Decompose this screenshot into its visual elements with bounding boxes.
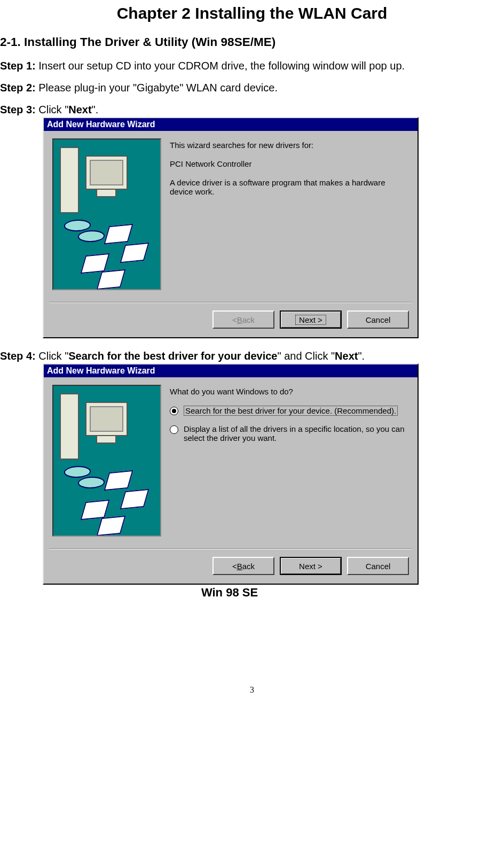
radio-option-2-label: Display a list of all the drivers in a s… xyxy=(184,424,409,442)
back-button: < Back xyxy=(212,310,274,329)
wizard-window-2: Add New Hardware Wizard What do you want… xyxy=(43,363,419,585)
cancel-button-label: Cancel xyxy=(366,315,391,324)
step-4-bold-2: Next xyxy=(335,350,358,362)
back-underline: B xyxy=(237,562,242,571)
wizard-1-line2: A device driver is a software program th… xyxy=(170,178,409,196)
section-title: 2-1. Installing The Driver & Utility (Wi… xyxy=(0,35,504,49)
step-3-label: Step 3: xyxy=(0,104,36,115)
back-underline: B xyxy=(237,315,242,324)
radio-option-1[interactable]: Search for the best driver for your devi… xyxy=(170,406,409,416)
cancel-button[interactable]: Cancel xyxy=(347,310,409,329)
step-2-text: Please plug-in your "Gigabyte" WLAN card… xyxy=(36,82,278,94)
cancel-button-label: Cancel xyxy=(366,562,391,571)
wizard-window-1: Add New Hardware Wizard This wizard sear… xyxy=(43,117,419,338)
wizard-1-device: PCI Network Controller xyxy=(170,159,409,168)
step-1-label: Step 1: xyxy=(0,60,36,72)
wizard-1-text: This wizard searches for new drivers for… xyxy=(170,138,409,299)
step-4-mid: " and Click " xyxy=(277,350,335,362)
step-1: Step 1: Insert our setup CD into your CD… xyxy=(0,60,504,72)
back-button[interactable]: < Back xyxy=(212,557,274,575)
wizard-2-button-row: < Back Next > Cancel xyxy=(44,549,418,584)
figure-2: Add New Hardware Wizard What do you want… xyxy=(0,363,504,600)
chapter-title: Chapter 2 Installing the WLAN Card xyxy=(0,4,504,22)
next-button[interactable]: Next > xyxy=(280,557,342,575)
step-4: Step 4: Click "Search for the best drive… xyxy=(0,350,504,362)
figure-1: Add New Hardware Wizard This wizard sear… xyxy=(0,117,504,338)
step-3-bold: Next xyxy=(68,104,91,115)
step-2: Step 2: Please plug-in your "Gigabyte" W… xyxy=(0,82,504,94)
cancel-button[interactable]: Cancel xyxy=(347,557,409,575)
back-suffix: ack xyxy=(242,315,255,324)
step-1-text: Insert our setup CD into your CDROM driv… xyxy=(36,60,405,72)
step-2-label: Step 2: xyxy=(0,82,36,94)
wizard-2-body: What do you want Windows to do? Search f… xyxy=(44,377,418,548)
wizard-2-text: What do you want Windows to do? Search f… xyxy=(170,385,409,545)
step-3-before: Click " xyxy=(36,104,69,115)
wizard-2-graphic xyxy=(52,385,161,537)
next-button-label: Next > xyxy=(299,562,322,571)
step-3: Step 3: Click "Next". xyxy=(0,104,504,116)
back-prefix: < xyxy=(232,315,237,324)
wizard-1-graphic xyxy=(52,138,161,290)
radio-option-1-label: Search for the best driver for your devi… xyxy=(184,406,398,416)
back-suffix: ack xyxy=(242,562,255,571)
page-number: 3 xyxy=(0,685,504,695)
step-4-after: ". xyxy=(358,350,365,362)
wizard-1-titlebar: Add New Hardware Wizard xyxy=(44,118,418,131)
radio-icon xyxy=(170,425,178,434)
wizard-2-titlebar: Add New Hardware Wizard xyxy=(44,364,418,377)
radio-icon xyxy=(170,407,178,415)
step-3-after: ". xyxy=(92,104,99,115)
step-4-before: Click " xyxy=(36,350,69,362)
figure-2-caption: Win 98 SE xyxy=(43,586,416,600)
step-4-bold-1: Search for the best driver for your devi… xyxy=(68,350,277,362)
step-4-label: Step 4: xyxy=(0,350,36,362)
wizard-1-body: This wizard searches for new drivers for… xyxy=(44,131,418,302)
next-button-label: Next > xyxy=(295,315,326,325)
wizard-2-prompt: What do you want Windows to do? xyxy=(170,387,409,396)
document-page: Chapter 2 Installing the WLAN Card 2-1. … xyxy=(0,4,504,716)
wizard-1-line1: This wizard searches for new drivers for… xyxy=(170,141,409,150)
next-button[interactable]: Next > xyxy=(280,310,342,329)
wizard-1-button-row: < Back Next > Cancel xyxy=(44,303,418,337)
back-prefix: < xyxy=(232,562,237,571)
radio-option-2[interactable]: Display a list of all the drivers in a s… xyxy=(170,424,409,442)
